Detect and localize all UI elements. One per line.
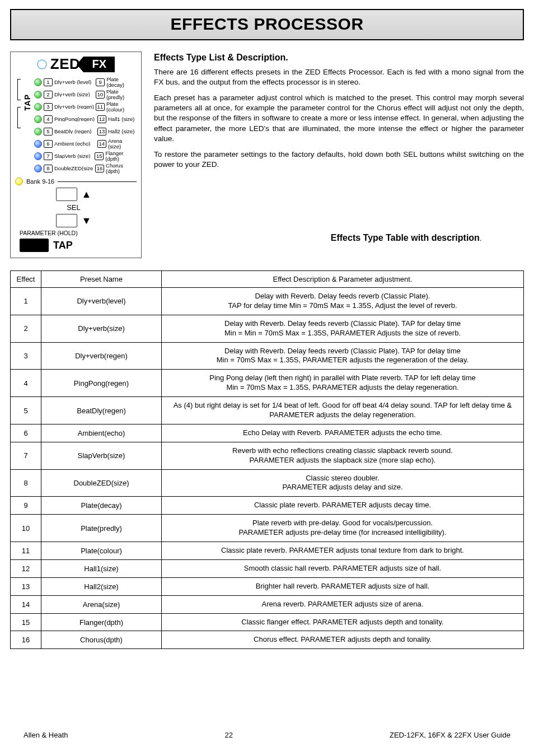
footer-left: Allen & Heath — [24, 731, 68, 739]
fx-row: 6Ambient (echo)14Arena (size) — [34, 139, 137, 148]
preset-number: 15 — [95, 152, 104, 160]
led-icon — [34, 152, 42, 160]
cell-desc: Delay with Reverb. Delay feeds reverb (C… — [162, 342, 524, 370]
cell-preset: Dly+verb(size) — [41, 315, 162, 342]
page-title: EFFECTS PROCESSOR — [11, 15, 523, 34]
fx-row: 4PingPong(regen)12Hall1 (size) — [34, 114, 137, 124]
desc-p3: To restore the parameter settings to the… — [154, 150, 524, 170]
led-icon — [34, 140, 42, 148]
cell-desc: Brighter hall reverb. PARAMETER adjusts … — [162, 577, 524, 595]
cell-desc: Classic stereo doubler.PARAMETER adjusts… — [162, 469, 524, 497]
desc-p2: Each preset has a parameter adjust contr… — [154, 93, 524, 144]
cell-effect: 1 — [11, 288, 41, 315]
led-icon — [34, 165, 42, 172]
table-row: 3Dly+verb(regen)Delay with Reverb. Delay… — [11, 342, 524, 370]
cell-effect: 12 — [11, 559, 41, 577]
preset-number: 10 — [96, 91, 105, 99]
cell-effect: 9 — [11, 497, 41, 515]
table-row: 4PingPong(regen)Ping Pong delay (left th… — [11, 370, 524, 397]
cell-effect: 3 — [11, 342, 41, 370]
table-row: 12Hall1(size)Smooth classic hall reverb.… — [11, 559, 524, 577]
footer-page: 22 — [225, 731, 233, 739]
tap-vertical-label: TAP — [23, 94, 32, 111]
cell-preset: BeatDly(regen) — [41, 397, 162, 424]
tap-button[interactable] — [20, 239, 49, 252]
preset-name: Dly+verb (level) — [54, 80, 94, 85]
cell-preset: Plate(predly) — [41, 515, 162, 542]
preset-name: Plate (decay) — [106, 77, 137, 87]
fx-row: 1Dly+verb (level)9Plate (decay) — [34, 77, 137, 87]
cell-desc: Delay with Reverb. Delay feeds reverb (C… — [162, 288, 524, 315]
col-effect: Effect — [11, 271, 41, 288]
cell-preset: Ambient(echo) — [41, 424, 162, 442]
preset-number: 13 — [97, 128, 106, 136]
down-triangle-icon: ▼ — [82, 216, 92, 226]
preset-number: 12 — [97, 115, 106, 123]
cell-preset: Plate(decay) — [41, 497, 162, 515]
table-row: 9Plate(decay)Classic plate reverb. PARAM… — [11, 497, 524, 515]
cell-effect: 16 — [11, 631, 41, 649]
preset-name: DoubleZED(size) — [54, 166, 93, 171]
preset-number: 1 — [44, 78, 53, 86]
cell-effect: 7 — [11, 442, 41, 469]
table-row: 10Plate(predly)Plate reverb with pre-del… — [11, 515, 524, 542]
led-ring-icon — [37, 59, 47, 69]
cell-preset: SlapVerb(size) — [41, 442, 162, 469]
cell-desc: Classic plate reverb. PARAMETER adjusts … — [162, 497, 524, 515]
col-desc: Effect Description & Parameter adjustmen… — [162, 271, 524, 288]
fx-row: 3Dly+verb (regen)11Plate (colour) — [34, 102, 137, 111]
fx-row: 8DoubleZED(size)16Chorus (dpth) — [34, 164, 137, 173]
table-row: 14Arena(size)Arena reverb. PARAMETER adj… — [11, 595, 524, 613]
preset-name: Flanger (dpth) — [105, 151, 137, 161]
preset-name: Plate (predly) — [106, 89, 137, 100]
fx-row: 5BeatDly (regen)13Hall2 (size) — [34, 127, 137, 136]
cell-effect: 5 — [11, 397, 41, 424]
cell-effect: 15 — [11, 613, 41, 631]
table-heading: Effects Type Table with description. — [288, 232, 524, 244]
fx-logo-icon: FX — [83, 57, 115, 72]
cell-desc: Ping Pong delay (left then right) in par… — [162, 370, 524, 397]
cell-effect: 10 — [11, 515, 41, 542]
preset-number: 11 — [96, 103, 105, 111]
page-title-bar: EFFECTS PROCESSOR — [10, 9, 524, 40]
cell-effect: 14 — [11, 595, 41, 613]
cell-effect: 11 — [11, 542, 41, 560]
cell-desc: Delay with Reverb. Delay feeds reverb (C… — [162, 315, 524, 342]
preset-number: 3 — [44, 103, 53, 111]
cell-desc: Smooth classic hall reverb. PARAMETER ad… — [162, 559, 524, 577]
preset-name: Plate (colour) — [106, 101, 137, 112]
led-icon — [34, 103, 42, 111]
led-icon — [34, 91, 42, 99]
table-row: 1Dly+verb(level)Delay with Reverb. Delay… — [11, 288, 524, 315]
col-preset: Preset Name — [41, 271, 162, 288]
table-row: 13Hall2(size)Brighter hall reverb. PARAM… — [11, 577, 524, 595]
cell-effect: 8 — [11, 469, 41, 497]
effects-table: Effect Preset Name Effect Description & … — [10, 270, 524, 649]
cell-effect: 4 — [11, 370, 41, 397]
sel-up-button[interactable] — [56, 188, 77, 201]
cell-desc: Chorus effect. PARAMETER adjusts depth a… — [162, 631, 524, 649]
sel-down-button[interactable] — [56, 214, 77, 227]
table-row: 11Plate(colour)Classic plate reverb. PAR… — [11, 542, 524, 560]
sel-label: SEL — [67, 203, 81, 212]
preset-name: BeatDly (regen) — [54, 129, 96, 134]
fx-row: 2Dly+verb (size)10Plate (predly) — [34, 90, 137, 99]
cell-desc: Classic plate reverb. PARAMETER adjusts … — [162, 542, 524, 560]
bracket-icon — [15, 79, 21, 128]
preset-number: 8 — [44, 165, 53, 172]
cell-desc: Reverb with echo reflections creating cl… — [162, 442, 524, 469]
cell-desc: Classic flanger effect. PARAMETER adjust… — [162, 613, 524, 631]
preset-name: Hall2 (size) — [108, 129, 135, 134]
preset-name: Chorus (dpth) — [106, 163, 137, 174]
bank-led-icon — [15, 178, 23, 185]
cell-preset: Dly+verb(level) — [41, 288, 162, 315]
cell-preset: Chorus(dpth) — [41, 631, 162, 649]
tap-label: TAP — [53, 240, 73, 251]
cell-effect: 2 — [11, 315, 41, 342]
preset-number: 2 — [44, 91, 53, 99]
cell-preset: Dly+verb(regen) — [41, 342, 162, 370]
table-row: 15Flanger(dpth)Classic flanger effect. P… — [11, 613, 524, 631]
bank-line — [58, 181, 137, 182]
preset-number: 6 — [44, 140, 53, 148]
preset-number: 9 — [96, 78, 105, 86]
